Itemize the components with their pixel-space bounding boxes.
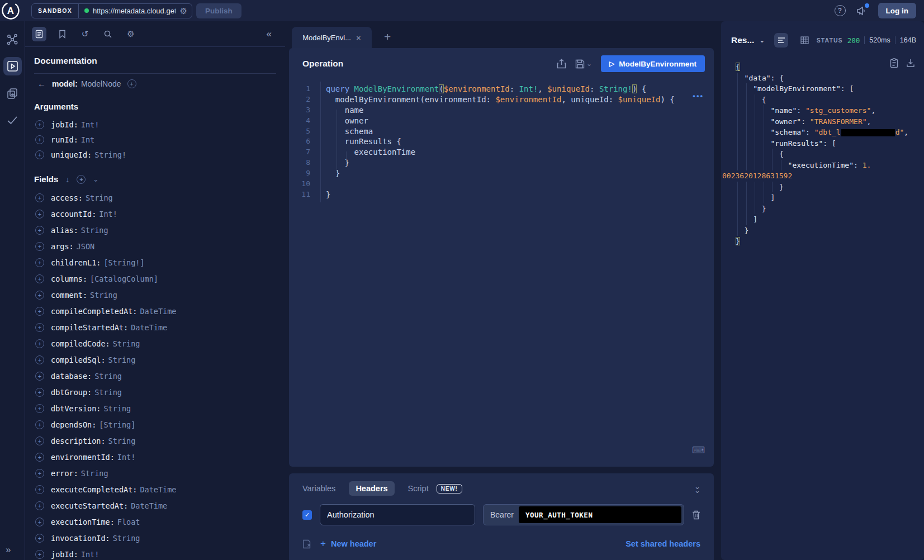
collapse-panel-icon[interactable]: ⌄⌄: [694, 485, 700, 492]
fields-options-chevron-icon[interactable]: ⌄: [93, 175, 98, 183]
copy-response-icon[interactable]: [890, 58, 898, 68]
endpoint-url-field[interactable]: https://metadata.cloud.get ⚙: [79, 4, 192, 18]
field-row[interactable]: +access:String: [34, 189, 276, 206]
add-to-query-icon[interactable]: +: [35, 307, 44, 316]
field-type[interactable]: String: [103, 404, 131, 413]
help-icon[interactable]: ?: [835, 5, 846, 16]
field-row[interactable]: +compileStartedAt:DateTime: [34, 319, 276, 335]
add-to-query-icon[interactable]: +: [35, 193, 44, 202]
field-row[interactable]: +comment:String: [34, 287, 276, 303]
argument-row[interactable]: +runId:Int: [34, 132, 276, 147]
add-to-query-icon[interactable]: +: [35, 501, 44, 510]
apollo-logo-icon[interactable]: A: [1, 1, 20, 20]
field-type[interactable]: String: [94, 372, 122, 381]
connection-settings-gear-icon[interactable]: ⚙: [179, 7, 187, 15]
editor-more-options-icon[interactable]: •••: [693, 92, 704, 100]
field-type[interactable]: Int!: [81, 550, 99, 559]
add-to-query-icon[interactable]: +: [35, 120, 44, 129]
documentation-tab-icon[interactable]: [32, 27, 46, 41]
field-type[interactable]: [String!]: [103, 258, 144, 267]
field-type[interactable]: Float: [117, 518, 140, 526]
collapse-docs-icon[interactable]: «: [267, 29, 272, 40]
history-tab-icon[interactable]: ↺: [78, 27, 92, 41]
header-name-input[interactable]: [320, 504, 475, 525]
add-to-query-icon[interactable]: +: [35, 372, 44, 381]
add-to-query-icon[interactable]: +: [35, 355, 44, 364]
field-type[interactable]: String: [94, 388, 122, 397]
sidebar-item-collections[interactable]: [3, 84, 22, 102]
add-to-query-icon[interactable]: +: [35, 469, 44, 478]
add-model-icon[interactable]: +: [127, 79, 136, 88]
field-type[interactable]: DateTime: [140, 485, 176, 494]
field-type[interactable]: String: [90, 291, 117, 300]
field-row[interactable]: +columns:[CatalogColumn]: [34, 270, 276, 287]
argument-row[interactable]: +jobId:Int!: [34, 117, 276, 132]
run-operation-button[interactable]: ▷ ModelByEnvironment: [601, 55, 705, 72]
add-to-query-icon[interactable]: +: [35, 550, 44, 559]
field-type[interactable]: String: [108, 355, 136, 364]
field-type[interactable]: JSON: [77, 242, 95, 251]
field-row[interactable]: +executionTime:Float: [34, 514, 276, 530]
field-row[interactable]: +database:String: [34, 368, 276, 384]
add-to-query-icon[interactable]: +: [35, 534, 44, 543]
field-row[interactable]: +invocationId:String: [34, 530, 276, 546]
endpoint-url[interactable]: https://metadata.cloud.get: [93, 7, 176, 15]
settings-tab-icon[interactable]: ⚙: [124, 27, 138, 41]
add-to-query-icon[interactable]: +: [35, 436, 44, 445]
add-to-query-icon[interactable]: +: [35, 404, 44, 413]
add-to-query-icon[interactable]: +: [35, 420, 44, 429]
add-to-query-icon[interactable]: +: [35, 242, 44, 251]
field-row[interactable]: +accountId:Int!: [34, 206, 276, 222]
field-type[interactable]: Int!: [99, 210, 117, 219]
add-to-query-icon[interactable]: +: [35, 226, 44, 235]
add-to-query-icon[interactable]: +: [35, 518, 44, 526]
code-document-icon[interactable]: [302, 539, 311, 549]
bookmarks-tab-icon[interactable]: [55, 27, 69, 41]
sidebar-item-checks[interactable]: [3, 111, 22, 129]
field-type[interactable]: String: [108, 436, 136, 445]
save-icon[interactable]: ⌄: [575, 59, 592, 69]
add-to-query-icon[interactable]: +: [35, 388, 44, 397]
field-type[interactable]: String!: [94, 150, 126, 159]
field-row[interactable]: +dbtGroup:String: [34, 384, 276, 400]
field-type[interactable]: Int!: [117, 453, 136, 462]
add-to-query-icon[interactable]: +: [35, 291, 44, 300]
share-icon[interactable]: [557, 59, 566, 69]
field-type[interactable]: String: [113, 534, 140, 543]
field-row[interactable]: +childrenL1:[String!]: [34, 254, 276, 270]
auth-token-value[interactable]: YOUR_AUTH_TOKEN: [519, 506, 681, 523]
expand-rail-icon[interactable]: »: [6, 544, 11, 556]
raw-view-toggle-icon[interactable]: [774, 33, 788, 48]
field-type[interactable]: [CatalogColumn]: [90, 274, 158, 283]
set-shared-headers-link[interactable]: Set shared headers: [626, 539, 700, 548]
header-value-field[interactable]: Bearer YOUR_AUTH_TOKEN: [483, 504, 684, 525]
field-type[interactable]: [String]: [99, 420, 135, 429]
field-type[interactable]: DateTime: [131, 323, 167, 332]
download-response-icon[interactable]: [906, 58, 915, 68]
publish-button[interactable]: Publish: [196, 3, 241, 18]
add-to-query-icon[interactable]: +: [35, 485, 44, 494]
response-dropdown-chevron-icon[interactable]: ⌄: [759, 36, 765, 44]
sort-fields-icon[interactable]: ↓: [65, 175, 69, 184]
field-row[interactable]: +environmentId:Int!: [34, 449, 276, 465]
login-button[interactable]: Log in: [878, 3, 917, 18]
field-type[interactable]: String: [86, 193, 113, 202]
field-row[interactable]: +jobId:Int!: [34, 546, 276, 560]
field-row[interactable]: +alias:String: [34, 222, 276, 238]
add-to-query-icon[interactable]: +: [35, 258, 44, 267]
field-row[interactable]: +error:String: [34, 465, 276, 481]
field-type[interactable]: String: [81, 226, 108, 235]
field-type[interactable]: String: [81, 469, 108, 478]
back-arrow-icon[interactable]: ←: [37, 79, 46, 88]
add-to-query-icon[interactable]: +: [35, 453, 44, 462]
field-type[interactable]: Int: [81, 135, 94, 144]
field-row[interactable]: +description:String: [34, 433, 276, 449]
new-tab-button[interactable]: +: [384, 30, 391, 48]
delete-header-icon[interactable]: [692, 510, 700, 520]
keyboard-shortcuts-icon[interactable]: ⌨: [692, 445, 705, 455]
field-row[interactable]: +dependsOn:[String]: [34, 416, 276, 433]
field-type[interactable]: Int!: [81, 120, 99, 129]
close-tab-icon[interactable]: ×: [356, 33, 361, 42]
field-row[interactable]: +compiledCode:String: [34, 335, 276, 352]
add-to-query-icon[interactable]: +: [35, 274, 44, 283]
